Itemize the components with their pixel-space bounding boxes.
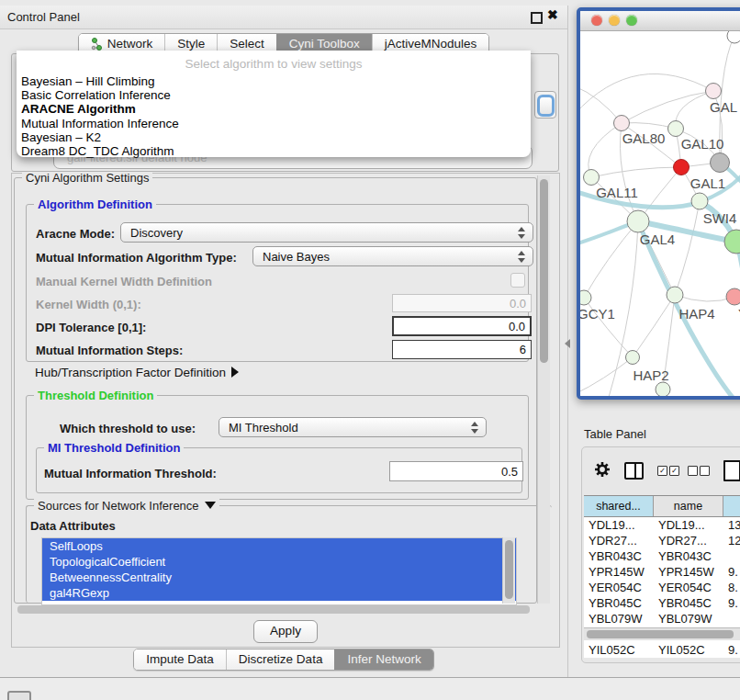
tab-infer-network[interactable]: Infer Network xyxy=(334,649,432,670)
graph-node-gal10[interactable] xyxy=(668,121,684,137)
tab-impute-data[interactable]: Impute Data xyxy=(134,649,226,670)
kernel-width-field[interactable] xyxy=(392,294,532,312)
dropdown-item-basic-correlation-inference[interactable]: Basic Correlation Inference xyxy=(17,88,531,102)
table-row[interactable]: YPR145WYPR145W9. xyxy=(584,564,740,580)
focus-ring xyxy=(537,95,555,117)
kernel-width-label: Kernel Width (0,1): xyxy=(36,298,141,311)
dropdown-item-bayesian-hill-climbing[interactable]: Bayesian – Hill Climbing xyxy=(17,74,531,88)
graph-edge xyxy=(580,357,633,394)
sources-group: Sources for Network Inference Data Attri… xyxy=(26,505,552,603)
hub-tf-definition-toggle[interactable]: Hub/Transcription Factor Definition xyxy=(35,366,239,379)
network-view-window[interactable]: GALGAL80GAL10GAL1GAL11SWI4GAL4GCY1HAP4YH… xyxy=(577,7,740,400)
table-toolbar: ✓ ✓ xyxy=(582,458,740,488)
network-window-titlebar[interactable] xyxy=(580,11,740,31)
aracne-mode-combobox[interactable]: Discovery xyxy=(120,222,533,243)
table-row[interactable]: YDR27...YDR27...12 xyxy=(584,533,740,548)
chevron-right-icon xyxy=(231,367,239,378)
float-window-icon[interactable] xyxy=(531,12,543,24)
tab-discretize-data[interactable]: Discretize Data xyxy=(226,649,335,670)
mi-threshold-definition-group: MI Threshold Definition Mutual Informati… xyxy=(36,447,522,493)
table-row[interactable]: YDL19...YDL19...13 xyxy=(584,517,740,533)
close-traffic-light-icon[interactable] xyxy=(591,15,602,26)
table-row[interactable]: YER054CYER054C8. xyxy=(584,580,740,595)
which-threshold-combobox[interactable]: MI Threshold xyxy=(219,417,487,437)
dropdown-placeholder: Select algorithm to view settings xyxy=(17,51,531,74)
manual-kernel-checkbox[interactable] xyxy=(510,273,525,288)
graph-node-gal1[interactable] xyxy=(674,160,690,175)
graph-node-label: GAL1 xyxy=(690,175,725,191)
graph-node-hap4[interactable] xyxy=(667,287,683,303)
graph-node-label: GAL10 xyxy=(681,136,724,152)
table-cell: YBL079W xyxy=(654,611,723,627)
dropdown-item-aracne-algorithm[interactable]: ARACNE Algorithm xyxy=(17,102,531,116)
mi-steps-field[interactable] xyxy=(392,340,532,359)
partial-button[interactable] xyxy=(7,691,31,700)
settings-scrollbar-thumb[interactable] xyxy=(540,179,548,363)
graph-node-gcy1[interactable] xyxy=(580,290,591,305)
algorithm-definition-title: Algorithm Definition xyxy=(34,198,156,211)
table-cell: 9. xyxy=(723,564,740,580)
dropdown-item-dream8-dc-tdc-algorithm[interactable]: Dream8 DC_TDC Algorithm xyxy=(17,144,531,158)
tab-label: Cyni Toolbox xyxy=(289,37,360,51)
close-icon[interactable]: ✖ xyxy=(547,7,558,22)
list-item-topologicalcoefficient[interactable]: TopologicalCoefficient xyxy=(42,554,516,570)
document-icon[interactable] xyxy=(723,460,740,481)
list-item-gal4rgexp[interactable]: gal4RGexp xyxy=(42,585,516,601)
algorithm-dropdown-popup: Select algorithm to view settings Bayesi… xyxy=(17,51,531,157)
dropdown-item-mutual-information-inference[interactable]: Mutual Information Inference xyxy=(17,117,531,130)
data-attributes-list: SelfLoopsTopologicalCoefficientBetweenne… xyxy=(41,537,517,605)
aracne-mode-value: Discovery xyxy=(130,226,183,240)
settings-scrollbar[interactable] xyxy=(537,175,550,604)
checked-column-icon[interactable]: ✓ xyxy=(669,466,679,476)
inference-algorithm-combobox-fragment[interactable] xyxy=(534,91,556,119)
table-row[interactable]: YBR045CYBR045C9. xyxy=(584,595,740,611)
table-row[interactable]: YBL079WYBL079W xyxy=(584,611,740,627)
zoom-traffic-light-icon[interactable] xyxy=(626,15,637,26)
table-hscrollbar-thumb[interactable] xyxy=(587,630,734,638)
list-item-betweennesscentrality[interactable]: BetweennessCentrality xyxy=(42,570,516,585)
graph-node[interactable] xyxy=(724,230,740,254)
dropdown-item-bayesian-k2[interactable]: Bayesian – K2 xyxy=(17,130,531,144)
table-row[interactable]: YBR043CYBR043C xyxy=(584,548,740,564)
mi-type-combobox[interactable]: Naive Bayes xyxy=(252,246,533,266)
column-header-a[interactable]: A xyxy=(723,496,740,516)
table-row[interactable]: YIL052CYIL052C9. xyxy=(584,642,740,658)
settings-hscrollbar-thumb[interactable] xyxy=(17,605,530,614)
graph-node[interactable] xyxy=(727,31,740,43)
table-hscrollbar[interactable] xyxy=(584,627,740,640)
graph-node-gal[interactable] xyxy=(706,84,722,99)
columns-icon[interactable] xyxy=(624,462,644,480)
graph-node[interactable] xyxy=(711,153,730,173)
graph-edge xyxy=(589,123,622,177)
gear-icon[interactable] xyxy=(593,460,611,479)
bottom-tabs: Impute DataDiscretize DataInfer Network xyxy=(133,649,433,671)
column-header-name[interactable]: name xyxy=(654,496,723,516)
dpi-tolerance-field[interactable] xyxy=(392,316,532,336)
minimize-traffic-light-icon[interactable] xyxy=(609,15,620,26)
graph-node-swi4[interactable] xyxy=(691,193,708,209)
column-header-shared[interactable]: shared... xyxy=(584,496,654,516)
graph-node-gal80[interactable] xyxy=(614,116,630,131)
list-scrollbar-thumb[interactable] xyxy=(505,540,513,599)
table-cell: YIL052C xyxy=(654,642,723,658)
graph-node[interactable] xyxy=(656,382,670,397)
graph-node-gal4[interactable] xyxy=(627,210,649,232)
table-cell: YDR27... xyxy=(584,533,654,548)
apply-button[interactable]: Apply xyxy=(253,620,318,643)
graph-node-label: HAP2 xyxy=(633,367,668,383)
checked-column-icon[interactable]: ✓ xyxy=(657,466,667,476)
splitter-collapse-arrow[interactable] xyxy=(565,339,570,348)
network-canvas[interactable]: GALGAL80GAL10GAL1GAL11SWI4GAL4GCY1HAP4YH… xyxy=(580,31,740,400)
threshold-definition-title: Threshold Definition xyxy=(34,389,157,402)
list-scrollbar[interactable] xyxy=(502,537,515,604)
control-panel-title: Control Panel xyxy=(7,10,80,24)
unchecked-column-icon[interactable] xyxy=(700,466,710,476)
list-item-selfloops[interactable]: SelfLoops xyxy=(42,538,516,554)
sources-title[interactable]: Sources for Network Inference xyxy=(34,499,219,513)
table-cell: YBR045C xyxy=(584,595,654,611)
graph-node-y[interactable] xyxy=(726,288,740,305)
mi-threshold-field[interactable] xyxy=(389,461,523,481)
unchecked-column-icon[interactable] xyxy=(688,466,698,476)
graph-node-hap2[interactable] xyxy=(626,351,640,365)
graph-node-gal11[interactable] xyxy=(584,170,600,186)
